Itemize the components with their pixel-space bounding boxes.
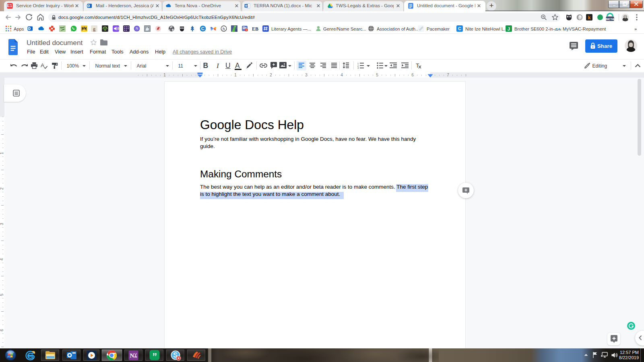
svg-text:3: 3 bbox=[357, 67, 359, 69]
svg-text:4: 4 bbox=[0, 258, 4, 261]
svg-text:C: C bbox=[458, 26, 461, 31]
svg-text:1: 1 bbox=[0, 152, 4, 154]
svg-text:C: C bbox=[201, 26, 204, 31]
svg-text:5: 5 bbox=[0, 294, 4, 296]
svg-text:5: 5 bbox=[376, 73, 378, 77]
svg-text:1: 1 bbox=[163, 73, 166, 77]
svg-text:A: A bbox=[41, 62, 44, 68]
svg-text:6: 6 bbox=[0, 329, 4, 331]
svg-text:1: 1 bbox=[246, 29, 247, 31]
svg-text:4: 4 bbox=[341, 73, 343, 77]
svg-text:1: 1 bbox=[234, 73, 237, 77]
svg-text:h: h bbox=[223, 27, 225, 31]
svg-text:BETA: BETA bbox=[606, 17, 614, 21]
svg-text:2: 2 bbox=[0, 187, 4, 190]
svg-text:3: 3 bbox=[0, 223, 4, 225]
svg-text:EB: EB bbox=[252, 26, 258, 32]
svg-text:2: 2 bbox=[270, 73, 272, 77]
svg-text:3: 3 bbox=[305, 73, 308, 77]
svg-text:7: 7 bbox=[447, 73, 449, 77]
svg-text:vSAc: vSAc bbox=[555, 27, 561, 31]
svg-text:W: W bbox=[245, 4, 248, 7]
svg-text:g: g bbox=[93, 26, 96, 32]
svg-text:J: J bbox=[508, 27, 510, 31]
svg-text:6: 6 bbox=[411, 73, 414, 77]
svg-text:E1: E1 bbox=[7, 4, 12, 8]
svg-text:k: k bbox=[588, 14, 591, 20]
svg-text:N: N bbox=[130, 352, 134, 359]
